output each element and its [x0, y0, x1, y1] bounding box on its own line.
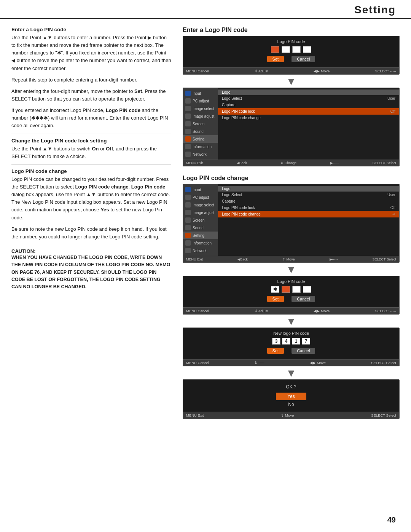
- page-number: 49: [387, 516, 396, 524]
- status-menu-2: MENU Cancel: [186, 309, 209, 313]
- sidebar-item-imagesel-1: Image select: [183, 105, 218, 112]
- status-select-2: SELECT -----: [375, 309, 396, 313]
- section3-body2: Be sure to note the new Logo PIN code an…: [11, 225, 171, 241]
- pin-dialog-1: Logo PIN code Set Cancel MENU Cancel ⇕ A…: [183, 36, 400, 75]
- status-move-1: ◀▶ Move: [314, 69, 330, 73]
- sidebar-item-imageadj-1: Image adjust: [183, 112, 218, 120]
- pin-box-1-3: [292, 46, 301, 53]
- ok-status-bar: MENU Exit ⇕ Move SELECT Select: [183, 412, 399, 419]
- section1-body1: Use the Point ▲▼ buttons to enter a numb…: [11, 34, 171, 72]
- status-select-4: SELECT Select: [371, 413, 396, 417]
- section2-body: Use the Point ▲▼ buttons to switch On or…: [11, 145, 171, 160]
- pin-box-1-4: [303, 46, 311, 53]
- right-section2-title: Logo PIN code change: [183, 175, 400, 182]
- menu-panel-2: Input PC adjust Image select Image adjus…: [183, 184, 400, 263]
- sidebar-item-imageadj-2: Image adjust: [183, 209, 218, 216]
- pin-cancel-btn-1[interactable]: Cancel: [292, 56, 315, 62]
- new-pin-set-btn[interactable]: Set: [267, 348, 284, 354]
- ok-no-btn[interactable]: No: [188, 402, 395, 407]
- pin-buttons-1: Set Cancel: [188, 56, 395, 62]
- pin-box-2-1: ✱: [271, 286, 279, 293]
- menu-header-2: Logo: [218, 186, 399, 192]
- section2-title: Change the Logo PIN code lock setting: [11, 138, 171, 144]
- pin-boxes-2: ✱: [188, 286, 395, 293]
- pin-set-btn-1[interactable]: Set: [267, 56, 284, 62]
- menu-item-pinlock-1[interactable]: Logo PIN code lock Off: [218, 108, 399, 115]
- pin-box-1-2: [282, 46, 290, 53]
- menu-status-bar-1: MENU Exit ◀Back ⇕ Change ▶----- SELECT S…: [183, 160, 399, 166]
- menu-item-capture-1[interactable]: Capture: [218, 102, 399, 108]
- new-pin-box-2: 4: [282, 338, 290, 345]
- pin-dialog-1-title: Logo PIN code: [188, 39, 395, 44]
- new-pin-dialog-inner: New logo PIN code 3 4 1 7 Set Cancel: [183, 328, 399, 359]
- section3-title: Logo PIN code change: [11, 168, 171, 174]
- menu-panel-1-inner: Input PC adjust Image select Image adjus…: [183, 88, 399, 160]
- menu-header-1: Logo: [218, 89, 399, 95]
- sidebar-item-network-2: Network: [183, 247, 218, 254]
- menu-item-capture-2[interactable]: Capture: [218, 198, 399, 204]
- section1-body3: After entering the four-digit number, mo…: [11, 88, 171, 103]
- status-menu-1: MENU Cancel: [186, 69, 209, 73]
- status-adjust-3: ⇕ -----: [254, 361, 264, 365]
- new-pin-cancel-btn[interactable]: Cancel: [292, 348, 315, 354]
- menu-item-pinlock-2[interactable]: Logo PIN code lock Off: [218, 204, 399, 211]
- pin-box-2-3: [292, 286, 301, 293]
- arrow-down-3: ▼: [183, 316, 400, 327]
- pin-cancel-btn-2[interactable]: Cancel: [292, 296, 315, 302]
- caution-box: CAUTION: WHEN YOU HAVE CHANGED THE LOGO …: [11, 248, 171, 291]
- sidebar-item-network-1: Network: [183, 150, 218, 158]
- section1-body4: If you entered an incorrect Logo PIN cod…: [11, 107, 171, 129]
- new-pin-box-3: 1: [292, 338, 300, 345]
- sidebar-item-setting-1[interactable]: Setting: [183, 135, 218, 143]
- arrow-down-4: ▼: [183, 368, 400, 379]
- caution-text: WHEN YOU HAVE CHANGED THE LOGO PIN CODE,…: [11, 254, 171, 291]
- sidebar-item-info-1: Information: [183, 143, 218, 150]
- pin-boxes-1: [188, 46, 395, 53]
- pin-dialog-2: Logo PIN code ✱ Set Cancel MENU Cancel ⇕…: [183, 276, 400, 315]
- menu-item-logoselect-2[interactable]: Logo Select User: [218, 192, 399, 198]
- arrow-down-1: ▼: [183, 76, 400, 87]
- sidebar-item-pcadjust-1: PC adjust: [183, 97, 218, 105]
- status-adjust-1: ⇕ Adjust: [255, 69, 269, 73]
- ok-dialog: OK ? Yes No MENU Exit ⇕ Move SELECT Sele…: [183, 379, 400, 419]
- menu-sidebar-1: Input PC adjust Image select Image adjus…: [183, 88, 218, 160]
- arrow-down-2: ▼: [183, 264, 400, 275]
- ok-yes-btn[interactable]: Yes: [276, 393, 306, 400]
- pin-dialog-2-title: Logo PIN code: [188, 279, 395, 284]
- menu-item-pinchange-1[interactable]: Logo PIN code change: [218, 115, 399, 121]
- menu-sidebar-2: Input PC adjust Image select Image adjus…: [183, 184, 218, 256]
- page-title: Setting: [15, 4, 396, 16]
- right-section2: Logo PIN code change Input PC adjust Ima…: [183, 175, 400, 420]
- sidebar-item-sound-2: Sound: [183, 224, 218, 232]
- menu-item-pinchange-2[interactable]: Logo PIN code change ↵: [218, 211, 399, 217]
- pin-buttons-2: Set Cancel: [188, 296, 395, 302]
- right-column: Enter a Logo PIN code Logo PIN code Set …: [183, 27, 400, 420]
- menu-main-2: Logo Logo Select User Capture Logo PIN c…: [218, 184, 399, 256]
- new-pin-box-4: 7: [302, 338, 310, 345]
- left-column: Enter a Logo PIN code Use the Point ▲▼ b…: [11, 27, 171, 420]
- menu-item-logoselect-1[interactable]: Logo Select User: [218, 95, 399, 102]
- new-pin-boxes: 3 4 1 7: [188, 338, 395, 345]
- right-section1: Enter a Logo PIN code Logo PIN code Set …: [183, 27, 400, 168]
- status-move-4: ⇕ Move: [281, 413, 294, 417]
- menu-panel-2-inner: Input PC adjust Image select Image adjus…: [183, 184, 399, 256]
- pin-box-2-2: [282, 286, 290, 293]
- new-pin-box-1: 3: [272, 338, 280, 345]
- pin-set-btn-2[interactable]: Set: [267, 296, 284, 302]
- status-menu-4: MENU Exit: [186, 413, 204, 417]
- sidebar-item-imagesel-2: Image select: [183, 201, 218, 209]
- pin-dialog-2-inner: Logo PIN code ✱ Set Cancel: [183, 276, 399, 307]
- sidebar-item-sound-1: Sound: [183, 128, 218, 135]
- pin-status-bar-1: MENU Cancel ⇕ Adjust ◀▶ Move SELECT ----…: [183, 67, 399, 74]
- status-move-2: ◀▶ Move: [314, 309, 330, 313]
- pin-box-1-1: [271, 46, 279, 53]
- new-pin-status-bar: MENU Cancel ⇕ ----- ◀▶ Move SELECT Selec…: [183, 359, 399, 366]
- sidebar-item-setting-2[interactable]: Setting: [183, 232, 218, 239]
- new-pin-title: New logo PIN code: [188, 331, 395, 335]
- menu-main-1: Logo Logo Select User Capture Logo PIN c…: [218, 88, 399, 160]
- status-move-3: ◀▶ Move: [310, 361, 326, 365]
- status-select-3: SELECT Select: [371, 361, 396, 365]
- section1-title: Enter a Logo PIN code: [11, 27, 171, 32]
- menu-status-bar-2: MENU Exit ◀Back ⇕ Move ▶----- SELECT Sel…: [183, 256, 399, 262]
- sidebar-item-info-2: Information: [183, 239, 218, 247]
